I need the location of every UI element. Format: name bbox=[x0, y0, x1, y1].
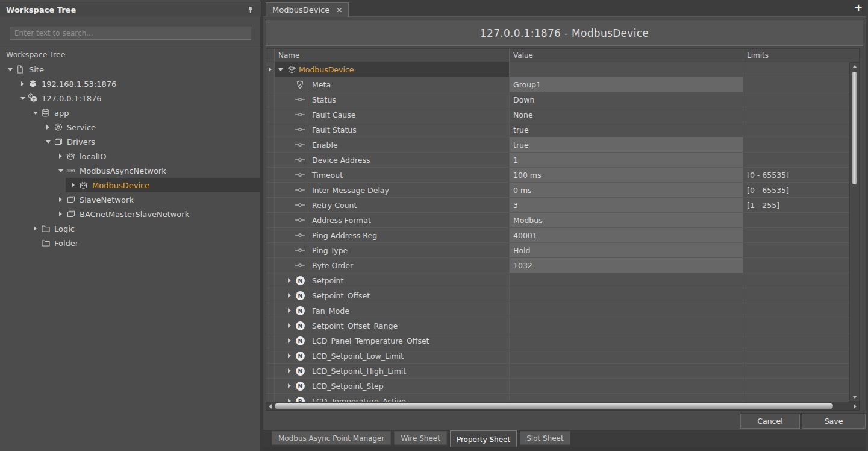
value-cell[interactable]: 1 bbox=[510, 153, 743, 168]
value-cell[interactable]: true bbox=[510, 137, 743, 153]
tree-item-service[interactable]: Service bbox=[0, 120, 261, 134]
row-lcd-setpoint-low-limit[interactable]: NLCD_Setpoint_Low_Limit bbox=[266, 348, 849, 364]
tree-item-bacnetmasterslavenetwork[interactable]: BACnetMasterSlaveNetwork bbox=[0, 207, 261, 221]
value-cell[interactable]: 40001 bbox=[510, 228, 743, 243]
tree-item-127-0-0-1-1876[interactable]: ! 127.0.0.1:1876 bbox=[0, 91, 261, 106]
tree-item-logic[interactable]: Logic bbox=[0, 221, 261, 236]
name-cell[interactable]: Byte Order bbox=[275, 258, 510, 273]
row-ping-address-reg[interactable]: Ping Address Reg 40001 bbox=[266, 228, 849, 243]
panel-splitter[interactable] bbox=[261, 0, 263, 451]
expander-caret[interactable] bbox=[57, 207, 64, 221]
scroll-up-arrow-icon[interactable] bbox=[850, 65, 859, 68]
name-cell[interactable]: NSetpoint bbox=[275, 273, 510, 288]
name-cell[interactable]: Device Address bbox=[275, 153, 510, 168]
expander-caret[interactable] bbox=[267, 62, 274, 77]
row-timeout[interactable]: Timeout 100 ms [0 - 65535] bbox=[266, 168, 849, 183]
expander-caret[interactable] bbox=[69, 178, 77, 192]
row-meta[interactable]: Meta Group1 bbox=[266, 77, 849, 92]
tab-modbusdevice[interactable]: ModbusDevice ✕ bbox=[266, 2, 349, 17]
expander-caret[interactable] bbox=[19, 77, 27, 91]
name-cell[interactable]: Meta bbox=[275, 77, 510, 92]
value-cell[interactable]: 3 bbox=[510, 198, 743, 213]
row-lcd-panel-temperature-offset[interactable]: NLCD_Panel_Temperature_Offset bbox=[266, 333, 849, 348]
scroll-right-arrow-icon[interactable] bbox=[854, 404, 857, 409]
scroll-left-arrow-icon[interactable] bbox=[269, 404, 272, 409]
scroll-down-arrow-icon[interactable] bbox=[850, 396, 859, 399]
view-tab-modbus-async-point-manager[interactable]: Modbus Async Point Manager bbox=[272, 431, 391, 445]
expander-caret[interactable] bbox=[57, 163, 64, 178]
value-cell[interactable]: Modbus bbox=[510, 213, 743, 228]
expander-caret[interactable] bbox=[44, 120, 52, 134]
name-cell[interactable]: Enable bbox=[275, 137, 510, 153]
row-address-format[interactable]: Address Format Modbus bbox=[266, 213, 849, 228]
expander-caret[interactable] bbox=[286, 394, 293, 402]
expander-caret[interactable] bbox=[286, 333, 293, 348]
row-modbusdevice[interactable]: ModbusDevice bbox=[266, 62, 849, 77]
view-tab-slot-sheet[interactable]: Slot Sheet bbox=[520, 431, 570, 445]
name-cell[interactable]: NSetpoint_Offset bbox=[275, 288, 510, 303]
row-fault-cause[interactable]: Fault Cause None bbox=[266, 107, 849, 122]
name-cell[interactable]: NLCD_Setpoint_Low_Limit bbox=[275, 348, 510, 364]
tree-item-modbusasyncnetwork[interactable]: ModbusAsyncNetwork bbox=[0, 163, 261, 178]
vertical-scrollbar[interactable] bbox=[849, 62, 860, 402]
expander-caret[interactable] bbox=[286, 379, 293, 393]
expander-caret[interactable] bbox=[286, 364, 293, 378]
row-setpoint[interactable]: NSetpoint bbox=[266, 273, 849, 288]
row-device-address[interactable]: Device Address 1 bbox=[266, 153, 849, 168]
name-cell[interactable]: Fault Status bbox=[275, 122, 510, 137]
new-tab-button[interactable]: + bbox=[853, 2, 864, 13]
save-button[interactable]: Save bbox=[802, 414, 866, 429]
name-cell[interactable]: NSetpoint_Offset_Range bbox=[275, 318, 510, 333]
row-setpoint-offset[interactable]: NSetpoint_Offset bbox=[266, 288, 849, 303]
search-input[interactable] bbox=[10, 27, 251, 40]
name-cell[interactable]: Ping Address Reg bbox=[275, 228, 510, 243]
name-cell[interactable]: Timeout bbox=[275, 168, 510, 183]
value-cell[interactable]: Hold bbox=[510, 243, 743, 258]
row-enable[interactable]: Enable true bbox=[266, 137, 849, 153]
row-status[interactable]: Status Down bbox=[266, 92, 849, 107]
row-gutter[interactable] bbox=[266, 62, 275, 77]
view-tab-wire-sheet[interactable]: Wire Sheet bbox=[394, 431, 447, 445]
name-cell[interactable]: NLCD_Setpoint_Step bbox=[275, 379, 510, 394]
tree-item-localio[interactable]: localIO bbox=[0, 149, 261, 163]
name-cell[interactable]: Fault Cause bbox=[275, 107, 510, 122]
row-inter-message-delay[interactable]: Inter Message Delay 0 ms [0 - 65535] bbox=[266, 183, 849, 198]
tree-item-slavenetwork[interactable]: SlaveNetwork bbox=[0, 192, 261, 207]
value-cell[interactable]: Group1 bbox=[510, 77, 743, 92]
row-lcd-temperature-active[interactable]: BLCD_Temperature_Active bbox=[266, 394, 849, 402]
name-cell[interactable]: BLCD_Temperature_Active bbox=[275, 394, 510, 402]
name-cell[interactable]: NFan_Mode bbox=[275, 303, 510, 318]
expander-caret[interactable] bbox=[286, 303, 293, 318]
name-cell[interactable]: Inter Message Delay bbox=[275, 183, 510, 198]
name-cell[interactable]: Address Format bbox=[275, 213, 510, 228]
expander-caret[interactable] bbox=[286, 288, 293, 303]
vertical-scrollbar-thumb[interactable] bbox=[852, 72, 857, 184]
pin-icon[interactable] bbox=[245, 5, 255, 14]
value-cell[interactable]: 0 ms bbox=[510, 183, 743, 198]
tree-item-192-168-1-53-1876[interactable]: 192.168.1.53:1876 bbox=[0, 77, 261, 91]
name-cell[interactable]: Status bbox=[275, 92, 510, 107]
expander-caret[interactable] bbox=[286, 318, 293, 333]
tree-item-folder[interactable]: Folder bbox=[0, 236, 261, 250]
row-ping-type[interactable]: Ping Type Hold bbox=[266, 243, 849, 258]
name-cell[interactable]: NLCD_Panel_Temperature_Offset bbox=[275, 333, 510, 348]
expander-caret[interactable] bbox=[57, 192, 64, 207]
horizontal-scrollbar-thumb[interactable] bbox=[275, 403, 833, 409]
horizontal-scrollbar[interactable] bbox=[266, 402, 860, 411]
row-lcd-setpoint-step[interactable]: NLCD_Setpoint_Step bbox=[266, 379, 849, 394]
tree-item-modbusdevice[interactable]: ModbusDevice bbox=[0, 178, 261, 192]
value-cell[interactable]: 100 ms bbox=[510, 168, 743, 183]
view-tab-property-sheet[interactable]: Property Sheet bbox=[450, 430, 517, 447]
expander-caret[interactable] bbox=[31, 221, 39, 236]
expander-caret[interactable] bbox=[286, 273, 293, 288]
row-fan-mode[interactable]: NFan_Mode bbox=[266, 303, 849, 318]
row-retry-count[interactable]: Retry Count 3 [1 - 255] bbox=[266, 198, 849, 213]
name-cell[interactable]: Retry Count bbox=[275, 198, 510, 213]
name-cell[interactable]: NLCD_Setpoint_High_Limit bbox=[275, 364, 510, 379]
expander-caret[interactable] bbox=[57, 149, 64, 163]
expander-caret[interactable] bbox=[19, 91, 27, 106]
expander-caret[interactable] bbox=[44, 134, 52, 149]
tree-item-app[interactable]: app bbox=[0, 106, 261, 120]
cancel-button[interactable]: Cancel bbox=[740, 414, 800, 429]
name-cell[interactable]: ModbusDevice bbox=[275, 62, 510, 77]
